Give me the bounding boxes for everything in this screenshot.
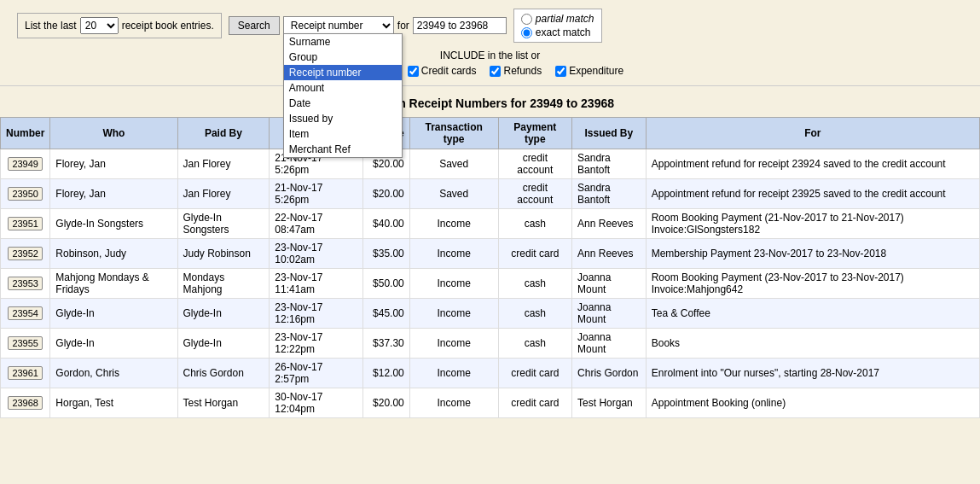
cell-paid-by: Test Horgan xyxy=(177,388,270,418)
dropdown-item-item[interactable]: Item xyxy=(284,126,402,142)
cell-number: 23953 xyxy=(1,269,50,299)
cell-paid-by: Glyde-In xyxy=(177,299,270,329)
cell-payment-type: credit card xyxy=(498,388,571,418)
cell-issued-by: Ann Reeves xyxy=(572,209,647,239)
number-badge[interactable]: 23954 xyxy=(8,306,43,320)
cell-paid-by: Glyde-In xyxy=(177,329,270,359)
dropdown-item-issuedby[interactable]: Issued by xyxy=(284,111,402,126)
col-payment-type: Payment type xyxy=(498,118,571,149)
dropdown-item-merchantref[interactable]: Merchant Ref xyxy=(284,142,402,157)
field-dropdown-wrapper: Receipt number Surname Group Amount Date… xyxy=(283,16,394,35)
table-row: 23968 Horgan, Test Test Horgan 30-Nov-17… xyxy=(1,388,980,418)
cell-who: Florey, Jan xyxy=(50,179,177,209)
number-badge[interactable]: 23950 xyxy=(8,187,43,201)
refunds-label: Refunds xyxy=(503,65,542,77)
list-last-label: List the last xyxy=(25,20,77,32)
cell-income: $20.00 xyxy=(362,388,409,418)
field-select[interactable]: Receipt number Surname Group Amount Date… xyxy=(283,16,394,35)
list-last-section: List the last 20 10 50 100 receipt book … xyxy=(17,13,222,38)
dropdown-item-surname[interactable]: Surname xyxy=(284,34,402,50)
creditcards-label: Credit cards xyxy=(421,65,477,77)
number-badge[interactable]: 23949 xyxy=(8,157,43,171)
cell-payment-type: cash xyxy=(498,329,571,359)
cell-income: $12.00 xyxy=(362,359,409,388)
cell-who: Florey, Jan xyxy=(50,149,177,179)
refunds-checkbox[interactable] xyxy=(490,66,501,77)
cell-issued-by: Ann Reeves xyxy=(572,239,647,269)
exact-match-label: exact match xyxy=(536,26,591,38)
number-badge[interactable]: 23961 xyxy=(8,366,43,380)
range-input[interactable] xyxy=(413,17,507,34)
cell-payment-type: cash xyxy=(498,209,571,239)
table-row: 23952 Robinson, Judy Judy Robinson 23-No… xyxy=(1,239,980,269)
cell-who: Glyde-In xyxy=(50,329,177,359)
cell-issued-by: Test Horgan xyxy=(572,388,647,418)
cell-transaction-type: Income xyxy=(409,269,498,299)
expenditure-checkbox[interactable] xyxy=(555,66,566,77)
cell-paid-by: Chris Gordon xyxy=(177,359,270,388)
number-badge[interactable]: 23953 xyxy=(8,277,43,290)
controls-row: List the last 20 10 50 100 receipt book … xyxy=(17,9,963,43)
cell-issued: 23-Nov-17 11:41am xyxy=(270,269,362,299)
cell-issued: 23-Nov-17 10:02am xyxy=(270,239,362,269)
cell-income: $37.30 xyxy=(362,329,409,359)
cell-for: Enrolment into "Our nurses", starting 28… xyxy=(646,359,979,388)
number-badge[interactable]: 23955 xyxy=(8,336,43,350)
table-row: 23951 Glyde-In Songsters Glyde-In Songst… xyxy=(1,209,980,239)
checkboxes-row: Cash Credit cards Refunds Expenditure xyxy=(17,65,963,77)
cell-payment-type: credit account xyxy=(498,179,571,209)
partial-match-radio[interactable] xyxy=(521,14,532,25)
cell-for: Appointment Booking (online) xyxy=(646,388,979,418)
dropdown-item-date[interactable]: Date xyxy=(284,96,402,111)
cell-paid-by: Jan Florey xyxy=(177,179,270,209)
list-last-select[interactable]: 20 10 50 100 xyxy=(80,17,119,34)
results-table: Number Who Paid By Issued Income Transac… xyxy=(0,117,980,418)
cell-number: 23952 xyxy=(1,239,50,269)
include-label: INCLUDE in the list or xyxy=(17,50,963,61)
cell-transaction-type: Income xyxy=(409,299,498,329)
table-row: 23953 Mahjong Mondays & Fridays Mondays … xyxy=(1,269,980,299)
cell-issued-by: Sandra Bantoft xyxy=(572,149,647,179)
cell-for: Books xyxy=(646,329,979,359)
cell-number: 23968 xyxy=(1,388,50,418)
table-row: 23954 Glyde-In Glyde-In 23-Nov-17 12:16p… xyxy=(1,299,980,329)
cell-number: 23951 xyxy=(1,209,50,239)
cell-for: Room Booking Payment (23-Nov-2017 to 23-… xyxy=(646,269,979,299)
number-badge[interactable]: 23968 xyxy=(8,396,43,410)
cell-number: 23955 xyxy=(1,329,50,359)
search-button[interactable]: Search xyxy=(229,16,280,35)
cell-issued-by: Joanna Mount xyxy=(572,299,647,329)
table-header-row: Number Who Paid By Issued Income Transac… xyxy=(1,118,980,149)
cell-transaction-type: Saved xyxy=(409,179,498,209)
creditcards-checkbox-item: Credit cards xyxy=(408,65,477,77)
top-bar: List the last 20 10 50 100 receipt book … xyxy=(0,0,980,86)
search-title: Search Receipt Numbers for 23949 to 2396… xyxy=(0,96,980,110)
cell-who: Horgan, Test xyxy=(50,388,177,418)
col-paid-by: Paid By xyxy=(177,118,270,149)
col-transaction-type: Transaction type xyxy=(409,118,498,149)
col-for: For xyxy=(646,118,979,149)
dropdown-item-amount[interactable]: Amount xyxy=(284,80,402,96)
cell-payment-type: credit card xyxy=(498,239,571,269)
field-dropdown-open: Surname Group Receipt number Amount Date… xyxy=(283,33,403,158)
exact-match-radio[interactable] xyxy=(521,27,532,38)
dropdown-item-group[interactable]: Group xyxy=(284,50,402,65)
dropdown-item-receipt[interactable]: Receipt number xyxy=(284,65,402,80)
exact-match-option: exact match xyxy=(521,26,594,38)
creditcards-checkbox[interactable] xyxy=(408,66,419,77)
number-badge[interactable]: 23951 xyxy=(8,217,43,230)
cell-for: Tea & Coffee xyxy=(646,299,979,329)
cell-number: 23949 xyxy=(1,149,50,179)
cell-issued: 23-Nov-17 12:16pm xyxy=(270,299,362,329)
number-badge[interactable]: 23952 xyxy=(8,247,43,260)
cell-income: $40.00 xyxy=(362,209,409,239)
cell-number: 23950 xyxy=(1,179,50,209)
cell-who: Mahjong Mondays & Fridays xyxy=(50,269,177,299)
cell-issued: 21-Nov-17 5:26pm xyxy=(270,179,362,209)
cell-issued-by: Joanna Mount xyxy=(572,329,647,359)
list-last-suffix: receipt book entries. xyxy=(122,20,214,32)
cell-issued: 23-Nov-17 12:22pm xyxy=(270,329,362,359)
cell-transaction-type: Income xyxy=(409,239,498,269)
cell-payment-type: credit account xyxy=(498,149,571,179)
cell-number: 23961 xyxy=(1,359,50,388)
